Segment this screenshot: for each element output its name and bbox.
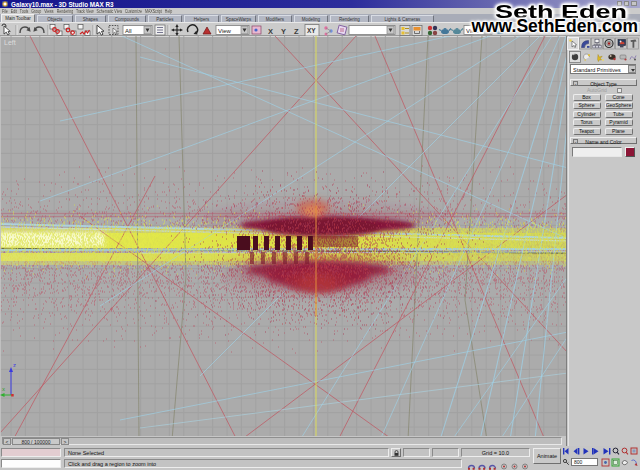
svg-text:Left: Left bbox=[4, 39, 16, 46]
svg-text:X: X bbox=[268, 27, 273, 36]
svg-text:XY: XY bbox=[307, 27, 316, 34]
svg-text:All: All bbox=[125, 28, 132, 34]
svg-text:z: z bbox=[13, 362, 16, 368]
svg-text:Y: Y bbox=[281, 27, 286, 36]
svg-text:x: x bbox=[2, 386, 5, 392]
svg-text:Z: Z bbox=[294, 27, 299, 36]
svg-text:View: View bbox=[218, 28, 232, 34]
